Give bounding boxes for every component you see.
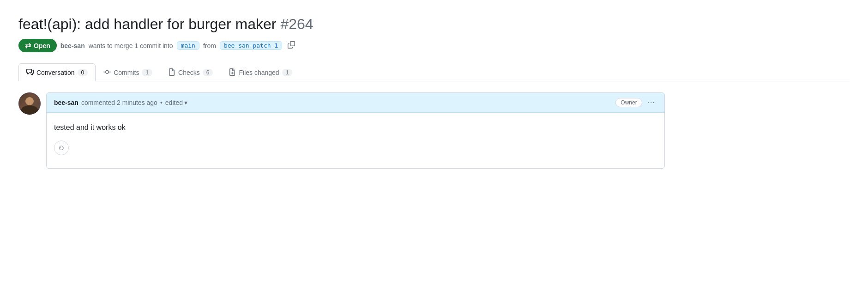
pr-meta: ⇄ Open bee-san wants to merge 1 commit i…: [18, 39, 850, 52]
checks-icon: [168, 68, 175, 77]
status-label: Open: [34, 42, 50, 49]
pr-status-badge: ⇄ Open: [18, 39, 57, 52]
comment-meta: commented 2 minutes ago: [81, 99, 157, 106]
tab-files-changed[interactable]: Files changed 1: [221, 63, 300, 81]
comment-body: tested and it works ok ☺: [47, 113, 664, 168]
tab-files-changed-label: Files changed: [239, 69, 279, 76]
avatar: [18, 92, 41, 115]
tab-conversation-label: Conversation: [36, 69, 75, 76]
tab-commits-count: 1: [142, 69, 152, 76]
base-branch-tag[interactable]: main: [177, 41, 199, 50]
comment-thread: bee-san commented 2 minutes ago • edited…: [18, 92, 665, 169]
pr-author: bee-san: [60, 42, 85, 49]
tab-checks[interactable]: Checks 6: [160, 63, 221, 81]
pr-title: feat!(api): add handler for burger maker…: [18, 15, 850, 33]
head-branch-tag[interactable]: bee-san-patch-1: [220, 41, 282, 50]
edited-dropdown[interactable]: edited ▾: [165, 99, 187, 106]
comment-box: bee-san commented 2 minutes ago • edited…: [46, 92, 665, 169]
files-changed-icon: [229, 68, 236, 77]
comment-header: bee-san commented 2 minutes ago • edited…: [47, 93, 664, 113]
conversation-icon: [26, 68, 34, 77]
commits-icon: [103, 68, 111, 77]
tab-commits-label: Commits: [114, 69, 139, 76]
author-name[interactable]: bee-san: [60, 42, 85, 49]
tab-files-changed-count: 1: [282, 69, 293, 76]
copy-branch-button[interactable]: [286, 40, 297, 51]
comment-header-left: bee-san commented 2 minutes ago • edited…: [54, 99, 187, 106]
pr-tabs: Conversation 0 Commits 1 Checks 6 Files …: [18, 63, 850, 81]
edited-label: edited: [165, 99, 183, 106]
tab-checks-count: 6: [203, 69, 213, 76]
comment-header-right: Owner ···: [615, 98, 657, 108]
owner-badge: Owner: [615, 98, 642, 107]
comment-text: tested and it works ok: [54, 122, 657, 133]
chevron-down-icon: ▾: [184, 99, 187, 106]
tab-commits[interactable]: Commits 1: [96, 63, 160, 81]
add-reaction-button[interactable]: ☺: [54, 140, 69, 155]
meta-text: wants to merge 1 commit into: [89, 42, 173, 49]
tab-checks-label: Checks: [178, 69, 200, 76]
avatar-image: [18, 92, 41, 115]
pr-title-text: feat!(api): add handler for burger maker: [18, 16, 277, 32]
comment-author[interactable]: bee-san: [54, 99, 78, 106]
smiley-icon: ☺: [58, 144, 65, 152]
pr-number: #264: [280, 16, 313, 32]
merge-icon: ⇄: [25, 41, 31, 50]
tab-conversation-count: 0: [78, 69, 88, 76]
tab-conversation[interactable]: Conversation 0: [18, 63, 96, 81]
more-options-button[interactable]: ···: [646, 98, 657, 108]
